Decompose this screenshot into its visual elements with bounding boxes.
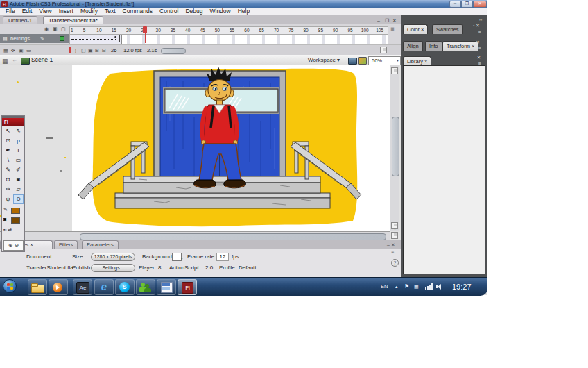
close-button[interactable]: ✕ (473, 1, 487, 8)
color-panel-menu-icon[interactable]: ≡ (478, 29, 483, 34)
zoom-level-select[interactable]: 50% ▾ (368, 56, 401, 65)
eyedropper-tool[interactable]: ✑ (3, 185, 13, 194)
edit-scene-icon[interactable] (348, 58, 357, 65)
tab-info[interactable]: Info (425, 41, 442, 51)
internet-explorer-taskbar-button[interactable]: e (94, 279, 114, 295)
lasso-tool[interactable]: ρ (13, 136, 24, 146)
doc-minimize-icon[interactable]: – (377, 18, 382, 23)
messenger-taskbar-button[interactable] (136, 279, 155, 295)
library-panel-body[interactable] (403, 65, 485, 274)
frame-rate-input[interactable]: 12 (216, 253, 229, 261)
photo-viewer-taskbar-button[interactable] (157, 279, 176, 295)
tween-frame-span[interactable] (70, 35, 122, 44)
eraser-tool[interactable]: ▱ (13, 185, 24, 194)
scene-name[interactable]: Scene 1 (31, 55, 53, 65)
tray-show-hidden-icon[interactable]: ▲ (395, 278, 398, 296)
stroke-color-swatch[interactable] (11, 208, 20, 214)
tab-align[interactable]: Align (403, 41, 423, 51)
menu-item[interactable]: Edit (19, 8, 36, 15)
brush-tool[interactable]: ✐ (13, 165, 24, 175)
paint-bucket-tool[interactable]: ◙ (13, 175, 24, 185)
background-color-swatch[interactable] (172, 253, 182, 261)
tab-color[interactable]: Color × (403, 24, 428, 34)
fill-color-swatch[interactable] (11, 217, 20, 224)
hand-tool[interactable]: ψ (3, 194, 13, 204)
menu-item[interactable]: File (2, 8, 19, 15)
properties-help-icon[interactable]: ? (391, 259, 399, 267)
stage-horizontal-scrollbar[interactable]: ◀ (0, 231, 390, 240)
stage-vertical-scrollbar[interactable]: ▲ ▼ (390, 65, 399, 231)
menu-item[interactable]: Text (101, 8, 119, 15)
media-player-taskbar-button[interactable] (49, 279, 68, 295)
selection-tool[interactable]: ↖ (3, 126, 13, 136)
menu-item[interactable]: View (35, 8, 55, 15)
flash-taskbar-button[interactable]: Fl (178, 279, 197, 295)
menu-item[interactable]: Insert (55, 8, 77, 15)
playhead-marker[interactable] (143, 26, 147, 33)
publish-settings-button[interactable]: Settings... (91, 264, 135, 272)
onion-skin-button[interactable]: ▢ (81, 45, 86, 56)
doc-restore-icon[interactable]: ❐ (385, 18, 391, 24)
tab-filters[interactable]: Filters (54, 240, 78, 249)
pen-tool[interactable]: ✒ (3, 146, 13, 156)
horizontal-scroll-thumb[interactable] (80, 233, 386, 240)
dock-collapse-icon[interactable]: ↔ (478, 17, 485, 22)
doc-close-icon[interactable]: ✕ (392, 18, 399, 24)
maximize-button[interactable]: ❐ (461, 1, 473, 8)
frame-view-menu-icon[interactable]: ≣ (390, 26, 395, 32)
color-panel-window-icons[interactable]: ▫✕ (473, 23, 481, 28)
tray-app-icon[interactable]: ▦ (414, 278, 419, 296)
reduce-icon[interactable]: ⊖ (15, 242, 19, 249)
enlarge-icon[interactable]: ⊕ (8, 242, 13, 249)
default-colors-icon[interactable]: ▪▫ (3, 227, 7, 232)
action-center-flag-icon[interactable]: ⚑ (404, 278, 409, 296)
start-button[interactable] (3, 279, 17, 293)
layer-name[interactable]: bellrings (10, 34, 30, 43)
rectangle-tool[interactable]: ▭ (13, 156, 24, 165)
onion-skin-outlines-button[interactable]: ▣ (88, 45, 93, 56)
skype-taskbar-button[interactable]: S (115, 279, 135, 295)
library-panel-window-icons[interactable]: –✕ (473, 55, 482, 60)
menu-item[interactable]: Commands (119, 8, 156, 15)
menu-item[interactable]: Debug (182, 8, 206, 15)
menu-item[interactable]: Control (156, 8, 182, 15)
insert-layer-button[interactable]: ▦ (3, 45, 8, 56)
show-hide-layers-icon[interactable]: ◉ (44, 26, 49, 32)
language-indicator[interactable]: EN (381, 278, 388, 296)
properties-close-icon[interactable]: ✕ (391, 242, 397, 247)
menu-item[interactable]: Modify (77, 8, 101, 15)
document-size-button[interactable]: 1280 x 720 pixels (91, 253, 135, 261)
after-effects-taskbar-button[interactable]: Ae (73, 279, 92, 295)
layer-row[interactable]: ▤ bellrings ✎ (0, 34, 69, 43)
timeline-scrollbar-thumb[interactable] (161, 48, 186, 54)
tools-panel-header[interactable]: Fl (2, 118, 24, 126)
swap-colors-icon[interactable]: ⇄ (8, 227, 11, 232)
text-tool[interactable]: T (13, 146, 24, 156)
library-close-icon[interactable]: ✕ (477, 55, 482, 60)
properties-window-icons[interactable]: –✕ (387, 242, 397, 248)
properties-menu-icon[interactable]: ≡ (391, 249, 394, 254)
stage-canvas[interactable] (72, 65, 390, 231)
tab-library[interactable]: Library × (403, 56, 431, 66)
zoom-tool[interactable]: ⊙ (13, 194, 24, 204)
add-motion-guide-button[interactable]: ✜ (11, 45, 15, 56)
tab-parameters[interactable]: Parameters (82, 240, 119, 249)
layer-frames[interactable] (69, 34, 388, 44)
free-transform-tool[interactable]: ⊡ (3, 136, 13, 146)
subselection-tool[interactable]: ⇖ (13, 126, 24, 136)
vertical-scroll-thumb[interactable] (392, 117, 399, 176)
taskbar-clock[interactable]: 19:27 (452, 278, 472, 296)
explorer-taskbar-button[interactable] (28, 279, 47, 295)
frame-rate-readout[interactable]: 12.0 fps (123, 45, 142, 56)
align-panel-menu-icon[interactable]: ≡ (478, 46, 483, 51)
center-frame-button[interactable]: ¦ (75, 45, 76, 56)
ink-bottle-tool[interactable]: ◘ (3, 175, 13, 185)
edit-multiple-frames-button[interactable]: ⊞ (95, 45, 99, 56)
network-icon[interactable] (425, 278, 433, 296)
delete-layer-button[interactable]: ▭ (26, 45, 31, 56)
modify-onion-markers-button[interactable]: ⊟ (102, 45, 106, 56)
align-close-icon[interactable]: ✕ (476, 40, 481, 44)
tab-swatches[interactable]: Swatches (432, 24, 463, 34)
pencil-tool[interactable]: ✎ (3, 165, 13, 175)
line-tool[interactable]: ∖ (3, 156, 13, 165)
